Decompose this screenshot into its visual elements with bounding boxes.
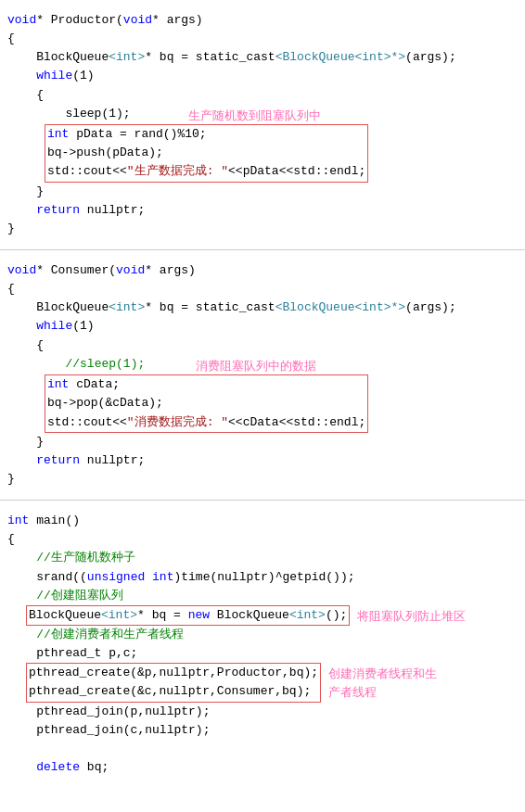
blockqueue-highlight-box: BlockQueue<int>* bq = new BlockQueue<int… (26, 605, 350, 626)
divider-2 (0, 500, 525, 501)
consumer-annotation-row: //sleep(1); 消费阻塞队列中的数据 (7, 355, 518, 375)
productor-highlight-box: int pData = rand()%10; bq->push(pData); … (45, 124, 368, 182)
productor-section: void* Productor(void* args) { BlockQueue… (0, 7, 525, 242)
code-line: BlockQueue<int>* bq = static_cast<BlockQ… (7, 50, 456, 64)
main-thread-comment: //创建消费者和生产者线程 pthread_t p,c; (7, 626, 518, 663)
productor-pre: void* Productor(void* args) { BlockQueue… (7, 11, 518, 105)
code-line: void* Consumer(void* args) (7, 263, 196, 277)
divider-1 (0, 249, 525, 250)
consumer-annotation: 消费阻塞队列中的数据 (196, 357, 316, 375)
consumer-sleep-line: //sleep(1); (7, 355, 196, 374)
sleep-annotation-row: sleep(1); 生产随机数到阻塞队列中 (7, 105, 518, 125)
main-section: int main() { //生产随机数种子 srand((unsigned i… (0, 508, 525, 812)
code-line: { (7, 32, 15, 45)
blockqueue-annotation-row: BlockQueue<int>* bq = new BlockQueue<int… (7, 605, 518, 626)
consumer-highlighted: int cData; bq->pop(&cData); std::cout<<"… (47, 375, 365, 431)
blockqueue-annotation: 将阻塞队列防止堆区 (350, 607, 466, 626)
consumer-pre: void* Consumer(void* args) { BlockQueue<… (7, 261, 518, 355)
main-end: pthread_join(p,nullptr); pthread_join(c,… (7, 703, 518, 813)
code-line: { (7, 338, 44, 352)
consumer-highlight-box: int cData; bq->pop(&cData); std::cout<<"… (45, 374, 368, 432)
productor-highlighted: int pData = rand()%10; bq->push(pData); … (47, 125, 365, 181)
main-pre: int main() { //生产随机数种子 srand((unsigned i… (7, 512, 518, 605)
code-line: BlockQueue<int>* bq = static_cast<BlockQ… (7, 300, 456, 314)
pthread-highlight-box: pthread_create(&p,nullptr,Productor,bq);… (26, 663, 321, 702)
code-line: void* Productor(void* args) (7, 13, 203, 27)
consumer-end: } return nullptr; } (7, 433, 518, 488)
blockqueue-line: BlockQueue<int>* bq = new BlockQueue<int… (29, 608, 347, 622)
pthread-annotation-line2: 产者线程 (328, 683, 437, 702)
consumer-section: void* Consumer(void* args) { BlockQueue<… (0, 258, 525, 492)
pthread-annotation-line1: 创建消费者线程和生 (328, 665, 437, 683)
productor-end: } return nullptr; } (7, 183, 518, 238)
pthread-lines: pthread_create(&p,nullptr,Productor,bq);… (29, 664, 318, 701)
code-line: while(1) (7, 69, 95, 82)
code-line: { (7, 88, 44, 102)
sleep-line: sleep(1); (7, 105, 188, 123)
code-line: { (7, 282, 15, 296)
code-container: void* Productor(void* args) { BlockQueue… (0, 0, 525, 812)
pthread-annotation-text: 创建消费者线程和生 产者线程 (321, 665, 437, 701)
code-line: while(1) (7, 319, 95, 333)
pthread-annotation-row: pthread_create(&p,nullptr,Productor,bq);… (7, 663, 518, 702)
productor-annotation: 生产随机数到阻塞队列中 (188, 107, 321, 125)
